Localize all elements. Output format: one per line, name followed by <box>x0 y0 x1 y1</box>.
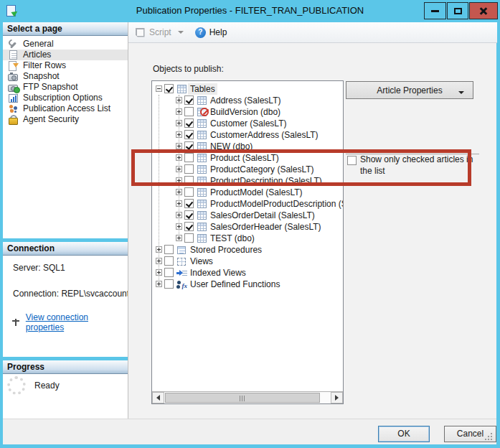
sidebar-item-label: Snapshot <box>23 71 60 81</box>
row-label[interactable]: Product (SalesLT) <box>208 152 281 164</box>
plus-expander-icon[interactable] <box>156 281 162 287</box>
table-icon <box>196 198 207 210</box>
plus-expander-icon[interactable] <box>176 189 182 195</box>
plus-expander-icon[interactable] <box>156 246 162 253</box>
row-label[interactable]: Views <box>188 256 215 267</box>
resize-grip[interactable] <box>485 433 492 440</box>
row-checkbox[interactable] <box>164 84 174 93</box>
row-checkbox[interactable] <box>184 176 194 185</box>
plus-expander-icon[interactable] <box>176 154 182 161</box>
article-properties-label: Article Properties <box>377 85 442 95</box>
scrollbar-thumb[interactable] <box>165 393 320 403</box>
document-icon <box>7 50 19 60</box>
row-label[interactable]: Stored Procedures <box>188 244 264 256</box>
row-checkbox[interactable] <box>184 233 194 243</box>
connection-panel: Connection Server: SQL1 Connection: REPL… <box>3 242 128 357</box>
row-label[interactable]: NEW (dbo) <box>208 141 255 152</box>
minus-expander-icon[interactable] <box>156 85 162 92</box>
plus-expander-icon[interactable] <box>176 131 182 138</box>
scroll-right-button[interactable] <box>331 392 343 403</box>
row-label[interactable]: Tables <box>188 83 217 95</box>
plus-expander-icon[interactable] <box>176 200 182 207</box>
chevron-down-icon[interactable] <box>178 31 184 37</box>
sidebar-item-publication-access-list[interactable]: Publication Access List <box>3 103 128 114</box>
row-checkbox[interactable] <box>184 153 194 162</box>
people-icon <box>7 103 19 114</box>
row-checkbox[interactable] <box>184 164 194 174</box>
row-checkbox[interactable] <box>184 187 194 197</box>
plus-expander-icon[interactable] <box>176 177 182 184</box>
row-label[interactable]: BuildVersion (dbo) <box>208 106 283 118</box>
row-label[interactable]: ProductModel (SalesLT) <box>208 187 305 198</box>
plus-expander-icon[interactable] <box>176 235 182 241</box>
plus-expander-icon[interactable] <box>156 269 162 276</box>
row-checkbox[interactable] <box>184 210 194 220</box>
plus-expander-icon[interactable] <box>176 166 182 172</box>
server-line: Server: SQL1 <box>13 263 65 273</box>
row-checkbox[interactable] <box>184 95 194 105</box>
plus-expander-icon[interactable] <box>176 223 182 230</box>
chart-icon <box>7 93 19 103</box>
page-list: General Articles Filter Rows Snapshot FT… <box>3 36 128 125</box>
sidebar-item-general[interactable]: General <box>3 39 128 50</box>
row-label[interactable]: CustomerAddress (SalesLT) <box>208 129 321 141</box>
help-icon <box>195 27 206 38</box>
minimize-button[interactable] <box>424 2 446 19</box>
script-button[interactable]: Script <box>134 27 185 38</box>
row-label[interactable]: ProductModelProductDescription (SalesLT) <box>208 198 344 210</box>
row-checkbox[interactable] <box>184 118 194 128</box>
tree-row-customer-saleslt: Customer (SalesLT) <box>152 118 343 129</box>
sidebar-item-subscription-options[interactable]: Subscription Options <box>3 93 128 103</box>
row-checkbox[interactable] <box>164 256 174 266</box>
maximize-button[interactable] <box>447 2 468 19</box>
row-label[interactable]: ProductCategory (SalesLT) <box>208 164 316 175</box>
article-properties-button[interactable]: Article Properties <box>346 81 473 99</box>
spinner-icon <box>7 376 26 395</box>
row-label[interactable]: Address (SalesLT) <box>208 95 283 106</box>
row-checkbox[interactable] <box>164 245 174 254</box>
checkbox[interactable] <box>347 156 357 165</box>
sidebar-item-snapshot[interactable]: Snapshot <box>3 71 128 82</box>
plus-expander-icon[interactable] <box>156 258 162 264</box>
sidebar-item-ftp-snapshot[interactable]: FTP Snapshot <box>3 82 128 93</box>
row-checkbox[interactable] <box>164 279 174 289</box>
horizontal-scrollbar[interactable] <box>152 391 343 403</box>
row-checkbox[interactable] <box>184 141 194 151</box>
help-button[interactable]: Help <box>195 27 227 38</box>
show-only-checked-checkbox[interactable]: Show only checked articles in the list <box>347 151 484 177</box>
title-bar[interactable]: Publication Properties - FILTER_TRAN_PUB… <box>0 0 500 22</box>
row-checkbox[interactable] <box>184 199 194 208</box>
ok-button[interactable]: OK <box>378 426 430 442</box>
plus-expander-icon[interactable] <box>176 97 182 103</box>
row-label[interactable]: User Defined Functions <box>188 279 282 290</box>
row-checkbox[interactable] <box>184 222 194 231</box>
plus-expander-icon[interactable] <box>176 108 182 115</box>
row-label[interactable]: Indexed Views <box>188 267 248 279</box>
table-icon <box>196 129 207 141</box>
plus-expander-icon[interactable] <box>176 120 182 126</box>
objects-to-publish-label: Objects to publish: <box>153 64 224 74</box>
sidebar-item-filter-rows[interactable]: Filter Rows <box>3 60 128 71</box>
view-connection-properties[interactable]: View connection properties <box>10 312 128 332</box>
row-checkbox[interactable] <box>164 268 174 277</box>
row-label[interactable]: SalesOrderDetail (SalesLT) <box>208 210 317 221</box>
show-only-checked-label: Show only checked articles in the list <box>360 154 481 177</box>
publication-properties-dialog: Publication Properties - FILTER_TRAN_PUB… <box>0 0 500 448</box>
sidebar-item-label: General <box>23 39 54 49</box>
row-label[interactable]: SalesOrderHeader (SalesLT) <box>208 221 324 233</box>
plus-expander-icon[interactable] <box>176 212 182 218</box>
row-label[interactable]: TEST (dbo) <box>208 233 257 244</box>
wrench-icon <box>7 39 19 50</box>
row-label[interactable]: ProductDescription (SalesLT) <box>208 175 324 187</box>
row-label[interactable]: Customer (SalesLT) <box>208 118 288 129</box>
scroll-left-button[interactable] <box>152 392 164 403</box>
row-checkbox[interactable] <box>184 107 194 116</box>
close-button[interactable] <box>469 2 498 19</box>
row-checkbox[interactable] <box>184 130 194 139</box>
sidebar-item-agent-security[interactable]: Agent Security <box>3 114 128 125</box>
plus-expander-icon[interactable] <box>176 143 182 149</box>
indexed-view-icon <box>176 267 187 279</box>
arrow-left-icon <box>154 395 160 401</box>
sidebar-item-articles[interactable]: Articles <box>3 50 128 60</box>
view-connection-properties-link[interactable]: View connection properties <box>26 312 128 332</box>
